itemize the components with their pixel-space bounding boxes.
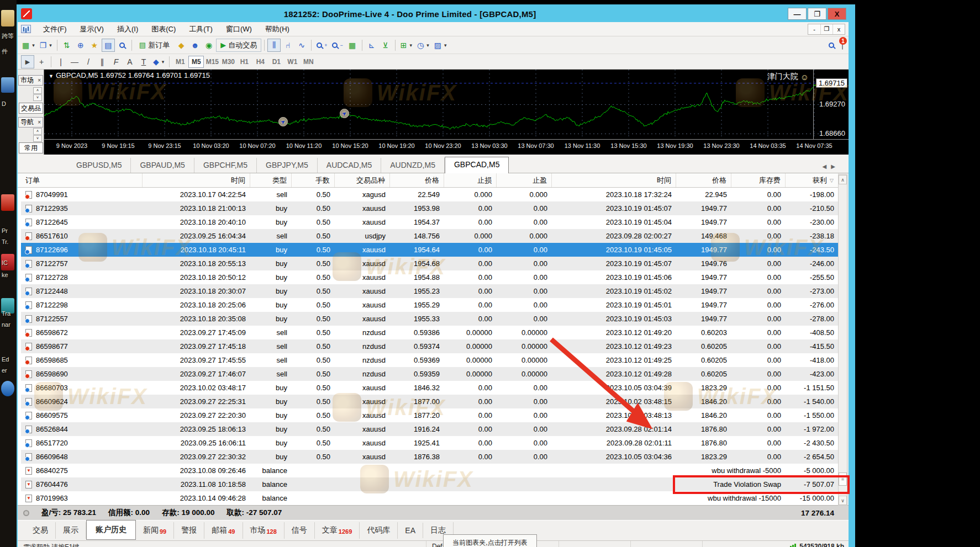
column-header[interactable]: 交易品种: [335, 173, 390, 187]
tile-windows-button[interactable]: ▦: [346, 39, 359, 52]
column-header[interactable]: 库存费: [731, 173, 786, 187]
templates-button[interactable]: ▨▾: [432, 39, 449, 52]
timeframe-W1[interactable]: W1: [284, 56, 300, 68]
menu-F[interactable]: 文件(F): [36, 23, 73, 35]
expert-advisors-button[interactable]: ☻: [188, 39, 202, 52]
market-watch-splitter[interactable]: ˄˅: [33, 87, 42, 102]
collapse-triangle-icon[interactable]: ▼: [49, 73, 54, 79]
timeframe-M1[interactable]: M1: [172, 56, 188, 68]
new-chart-button[interactable]: ▦▾: [20, 39, 37, 52]
desktop-app-icon-blue2[interactable]: [1, 381, 14, 396]
text-label-button[interactable]: T: [137, 55, 150, 68]
chart-tab-GBPAUDM5[interactable]: GBPAUD,M5: [131, 158, 194, 173]
timeframe-H1[interactable]: H1: [236, 56, 252, 68]
crosshair-button[interactable]: +: [35, 55, 48, 68]
history-row-87122935[interactable]: 871229352023.10.18 21:00:13buy0.50xauusd…: [21, 201, 839, 215]
chart-tab-GBPCADM5[interactable]: GBPCAD,M5: [445, 157, 509, 173]
autotrading-button[interactable]: ▶自动交易: [216, 39, 261, 52]
timeframe-D1[interactable]: D1: [268, 56, 284, 68]
community-button[interactable]: ◉: [202, 39, 215, 52]
terminal-button[interactable]: ▤: [102, 39, 115, 52]
market-watch-panel-header[interactable]: 市场×: [18, 75, 43, 86]
price-chart[interactable]: ▼GBPCAD,M5 1.69752 1.69764 1.69701 1.697…: [44, 70, 849, 155]
terminal-tab-展示[interactable]: 展示: [56, 522, 86, 539]
history-row-86609624[interactable]: 866096242023.09.27 22:25:31buy0.50xauusd…: [21, 395, 839, 408]
indicators-button[interactable]: ⊞▾: [398, 39, 414, 52]
terminal-tab-EA[interactable]: EA: [398, 523, 423, 538]
common-tab-stub[interactable]: 常用: [19, 142, 43, 153]
navigator-button[interactable]: ★: [88, 39, 101, 52]
fibonacci-button[interactable]: F: [109, 55, 123, 68]
cursor-button[interactable]: ►: [21, 55, 34, 68]
column-header[interactable]: 类型: [250, 173, 292, 187]
terminal-tab-市场[interactable]: 市场128: [243, 522, 284, 539]
chart-tab-GBPJPYM5[interactable]: GBPJPY,M5: [257, 158, 318, 173]
menu-T[interactable]: 工具(T): [182, 23, 219, 35]
column-header[interactable]: 获利▽: [786, 173, 839, 187]
profiles-button[interactable]: ❐▾: [38, 39, 54, 52]
market-watch-close-icon[interactable]: ×: [38, 77, 41, 83]
column-header[interactable]: 价格: [390, 173, 444, 187]
chart-tab-AUDNZDM5[interactable]: AUDNZD,M5: [381, 158, 445, 173]
column-header[interactable]: 时间: [552, 173, 676, 187]
column-header[interactable]: 手数: [292, 173, 335, 187]
data-window-button[interactable]: ⊕: [74, 39, 87, 52]
history-row-87122728[interactable]: 871227282023.10.18 20:50:12buy0.50xauusd…: [21, 270, 839, 284]
column-header[interactable]: 价格: [676, 173, 731, 187]
history-row-87122645[interactable]: 871226452023.10.18 20:40:10buy0.50xauusd…: [21, 215, 839, 229]
candlestick-button[interactable]: ⑁: [281, 39, 294, 52]
symbols-tab-stub[interactable]: 交易品: [19, 103, 43, 114]
close-button[interactable]: X: [828, 8, 846, 20]
history-row-87019963[interactable]: 870199632023.10.14 09:46:28balancewbu wi…: [21, 491, 839, 505]
zoom-in-button[interactable]: +: [314, 39, 329, 52]
terminal-tab-信号[interactable]: 信号: [284, 522, 315, 539]
navigator-close-icon[interactable]: ×: [38, 119, 41, 125]
chart-plot[interactable]: [44, 70, 819, 139]
child-minimize-button[interactable]: -: [808, 24, 820, 34]
history-row-86598677[interactable]: 865986772023.09.27 17:45:18sell0.50nzdus…: [21, 339, 839, 353]
terminal-tab-新闻[interactable]: 新闻99: [136, 522, 174, 539]
terminal-tab-文章[interactable]: 文章1269: [315, 522, 360, 539]
column-header[interactable]: 时间: [143, 173, 250, 187]
menu-C[interactable]: 图表(C): [145, 23, 182, 35]
zoom-out-button[interactable]: −: [330, 39, 345, 52]
column-header[interactable]: 止盈: [497, 173, 552, 187]
menu-W[interactable]: 窗口(W): [219, 23, 259, 35]
history-row-86598685[interactable]: 865986852023.09.27 17:45:55sell0.50nzdus…: [21, 353, 839, 367]
market-watch-button[interactable]: ⇅: [60, 39, 73, 52]
terminal-tab-警报[interactable]: 警报: [174, 522, 204, 539]
bar-chart-button[interactable]: ⫼: [267, 39, 281, 52]
horizontal-line-button[interactable]: —: [68, 55, 81, 68]
child-close-button[interactable]: x: [833, 24, 845, 34]
channel-button[interactable]: ∥: [96, 55, 109, 68]
history-row-86598690[interactable]: 865986902023.09.27 17:46:07sell0.50nzdus…: [21, 367, 839, 381]
line-chart-button[interactable]: ∿: [295, 39, 308, 52]
scroll-down-icon[interactable]: ∨: [839, 496, 847, 505]
scrollbar-track[interactable]: ≡: [839, 184, 847, 496]
menu-I[interactable]: 插入(I): [110, 23, 145, 35]
minimize-button[interactable]: —: [788, 8, 807, 20]
timeframe-H4[interactable]: H4: [252, 56, 268, 68]
chart-group-tooltip[interactable]: 当前图表夹,点击打开列表: [443, 534, 537, 547]
history-row-86526844[interactable]: 865268442023.09.25 18:06:13buy0.50xauusd…: [21, 422, 839, 436]
terminal-tab-账户历史[interactable]: 账户历史: [86, 520, 136, 540]
chart-tab-AUDCADM5[interactable]: AUDCAD,M5: [318, 158, 381, 173]
maximize-button[interactable]: ❐: [808, 8, 826, 20]
scroll-up-icon[interactable]: ∧: [839, 175, 847, 184]
history-row-87122757[interactable]: 871227572023.10.18 20:55:13buy0.50xauusd…: [21, 257, 839, 270]
trendline-button[interactable]: /: [82, 55, 95, 68]
search-icon[interactable]: [829, 43, 834, 48]
desktop-folder-icon[interactable]: [1, 10, 14, 26]
history-row-87122696[interactable]: 871226962023.10.18 20:45:11buy0.50xauusd…: [21, 243, 839, 257]
metaeditor-button[interactable]: ◆: [175, 39, 188, 52]
column-header[interactable]: 订单: [21, 173, 143, 187]
history-row-87604476[interactable]: 876044762023.11.08 10:18:58balanceTrade …: [21, 477, 839, 491]
column-header[interactable]: 止损: [444, 173, 497, 187]
terminal-tab-代码库[interactable]: 代码库: [360, 522, 398, 539]
arrows-button[interactable]: ◆▾: [151, 55, 166, 68]
timeframe-M15[interactable]: M15: [204, 56, 220, 68]
auto-arrange-button[interactable]: ⊾: [365, 39, 378, 52]
history-row-86680703[interactable]: 866807032023.10.02 03:48:17buy0.50xauusd…: [21, 381, 839, 395]
history-row-86598672[interactable]: 865986722023.09.27 17:45:09sell0.50nzdus…: [21, 326, 839, 339]
history-row-87122298[interactable]: 871222982023.10.18 20:25:06buy0.50xauusd…: [21, 298, 839, 312]
